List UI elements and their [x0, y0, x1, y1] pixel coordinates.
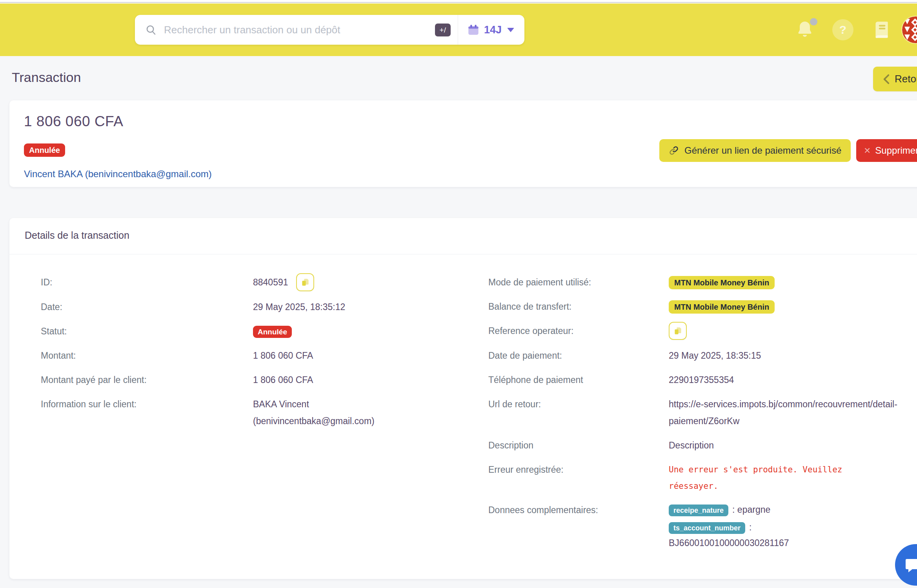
detail-row-amount: Montant: 1 806 060 CFA — [41, 347, 488, 364]
field-label: Date: — [41, 299, 253, 316]
data-value: BJ6600100100000030281167 — [669, 535, 901, 551]
data-key-badge: receipe_nature — [669, 505, 728, 516]
status-badge: Annulée — [253, 326, 292, 338]
field-value: 29 May 2025, 18:35:12 — [253, 299, 488, 316]
date-range-label: 14J — [484, 24, 502, 36]
back-button[interactable]: Retour — [873, 67, 917, 91]
copy-button[interactable] — [669, 322, 687, 340]
detail-row-payment-mode: Mode de paiement utilisé: MTN Mobile Mon… — [488, 274, 901, 291]
keyboard-shortcut-badge: +/ — [435, 24, 451, 36]
field-label: Url de retour: — [488, 396, 669, 413]
transfer-balance-badge: MTN Mobile Money Bénin — [669, 300, 775, 314]
detail-row-date: Date: 29 May 2025, 18:35:12 — [41, 299, 488, 316]
detail-row-customer-info: Information sur le client: BAKA Vincent … — [41, 396, 488, 430]
copy-icon — [300, 277, 310, 287]
delete-button[interactable]: × Supprimer — [856, 139, 917, 162]
field-label: ID: — [41, 274, 253, 291]
field-label: Description — [488, 437, 669, 454]
field-label: Montant: — [41, 347, 253, 364]
search-icon — [145, 24, 157, 36]
generate-payment-link-button[interactable]: Générer un lien de paiement sécurisé — [659, 139, 851, 162]
search-bar: +/ 14J — [135, 15, 524, 45]
detail-row-amount-paid: Montant payé par le client: 1 806 060 CF… — [41, 372, 488, 388]
field-label: Montant payé par le client: — [41, 372, 253, 388]
data-key-badge: ts_account_number — [669, 522, 745, 534]
notification-dot — [810, 18, 817, 25]
return-url-value: https://e-services.impots.bj/common/reco… — [669, 396, 901, 430]
detail-row-return-url: Url de retour: https://e-services.impots… — [488, 396, 901, 430]
topbar: +/ 14J ? — [0, 4, 917, 56]
browser-top-strip — [0, 0, 917, 3]
field-value: 8840591 — [253, 277, 288, 287]
field-label: Information sur le client: — [41, 396, 253, 413]
transaction-summary-card: 1 806 060 CFA Annulée Vincent BAKA (beni… — [9, 100, 917, 187]
detail-row-operator-reference: Reference operateur: — [488, 323, 901, 340]
status-badge: Annulée — [24, 143, 65, 157]
date-range-dropdown[interactable]: 14J — [458, 15, 524, 45]
page-title: Transaction — [12, 70, 81, 85]
transaction-details-card: Details de la transaction ID: 8840591 Da — [9, 218, 917, 579]
search-input[interactable] — [164, 24, 435, 36]
close-icon: × — [864, 145, 870, 156]
field-label: Erreur enregistrée: — [488, 461, 669, 478]
field-label: Statut: — [41, 323, 253, 340]
payment-mode-badge: MTN Mobile Money Bénin — [669, 276, 775, 289]
avatar[interactable] — [902, 16, 917, 43]
detail-row-transfer-balance: Balance de transfert: MTN Mobile Money B… — [488, 298, 901, 315]
notifications-button[interactable] — [795, 20, 814, 40]
complementary-entry: ts_account_number: BJ6600100100000030281… — [669, 519, 901, 551]
link-icon — [669, 145, 679, 156]
customer-link[interactable]: Vincent BAKA (benivincentbaka@gmail.com) — [24, 169, 212, 180]
detail-row-id: ID: 8840591 — [41, 274, 488, 291]
field-label: Reference operateur: — [488, 323, 669, 339]
help-button[interactable]: ? — [832, 19, 853, 40]
detail-row-payment-phone: Téléphone de paiement 2290197355354 — [488, 372, 901, 388]
error-message: Une erreur s'est produite. Veuillez rées… — [669, 461, 873, 494]
field-label: Balance de transfert: — [488, 298, 669, 315]
field-label: Mode de paiement utilisé: — [488, 274, 669, 291]
field-label: Donnees complementaires: — [488, 502, 669, 519]
field-value: 2290197355354 — [669, 372, 901, 388]
detail-row-error: Erreur enregistrée: Une erreur s'est pro… — [488, 461, 901, 494]
transaction-amount: 1 806 060 CFA — [24, 113, 123, 130]
detail-row-payment-date: Date de paiement: 29 May 2025, 18:35:15 — [488, 347, 901, 364]
chat-icon — [904, 555, 917, 574]
field-label: Date de paiement: — [488, 347, 669, 364]
back-chevron-icon — [883, 74, 890, 84]
complementary-entry: receipe_nature: epargne — [669, 502, 901, 517]
data-value: epargne — [737, 505, 770, 515]
chevron-down-icon — [507, 28, 514, 32]
detail-row-description: Description Description — [488, 437, 901, 454]
question-icon: ? — [839, 23, 846, 36]
copy-icon — [673, 326, 683, 336]
docs-button[interactable] — [872, 20, 891, 40]
copy-button[interactable] — [296, 273, 314, 291]
field-value: 1 806 060 CFA — [253, 372, 488, 388]
field-value: Description — [669, 437, 901, 454]
calendar-icon — [467, 23, 480, 36]
field-label: Téléphone de paiement — [488, 372, 669, 388]
divider — [9, 254, 917, 254]
detail-row-complementary-data: Donnees complementaires: receipe_nature:… — [488, 502, 901, 553]
details-title: Details de la transaction — [25, 230, 129, 241]
docs-icon — [872, 20, 891, 40]
field-value: BAKA Vincent (benivincentbaka@gmail.com) — [253, 396, 422, 430]
field-value: 1 806 060 CFA — [253, 347, 488, 364]
detail-row-status: Statut: Annulée — [41, 323, 488, 340]
field-value: 29 May 2025, 18:35:15 — [669, 347, 901, 364]
